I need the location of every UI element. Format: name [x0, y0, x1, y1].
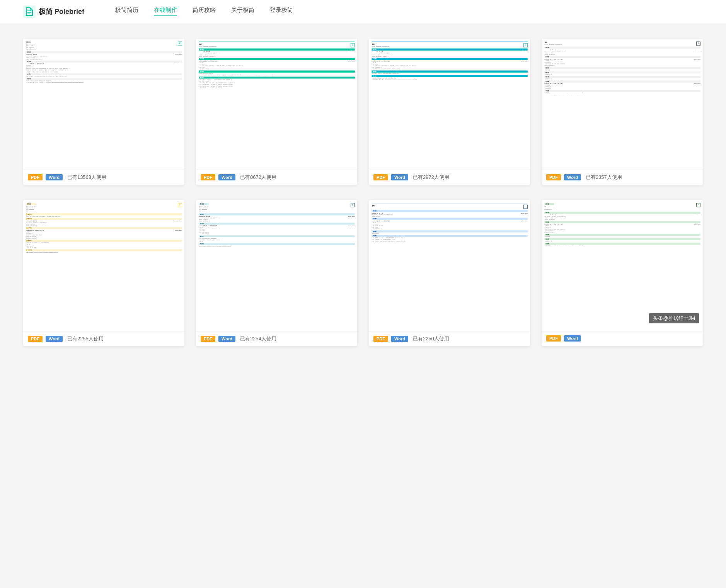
pdf-badge-6[interactable]: PDF: [201, 336, 215, 342]
nav-online[interactable]: 在线制作: [154, 7, 177, 16]
template-preview-1: 基本信息 姓名：张三 学号：21 性别：女 年龄：21 手机：188888888…: [23, 39, 184, 170]
template-card-1[interactable]: 基本信息 姓名：张三 学号：21 性别：女 年龄：21 手机：188888888…: [23, 39, 184, 185]
usage-text-5: 已有2255人使用: [67, 335, 104, 342]
usage-text-2: 已有8672人使用: [240, 174, 276, 181]
watermark-overlay: 头条@雅居绅士JM: [649, 313, 699, 323]
template-footer-4: PDF Word 已有2357人使用: [542, 170, 703, 185]
template-preview-7: 极简 XXX 21 18888888888 pb@polebrief.com P…: [369, 200, 530, 331]
nav-about[interactable]: 关于极简: [231, 7, 254, 16]
template-footer-3: PDF Word 已有2972人使用: [369, 170, 530, 185]
word-badge-6[interactable]: Word: [218, 336, 235, 342]
nav-gonglue[interactable]: 简历攻略: [193, 7, 216, 16]
template-footer-2: PDF Word 已有8672人使用: [196, 170, 357, 185]
template-card-4[interactable]: 极简 XXX 21 18888888888 pb@polebrief.com P…: [542, 39, 703, 185]
logo-text: 极简 Polebrief: [39, 7, 84, 16]
pdf-badge-5[interactable]: PDF: [28, 336, 43, 342]
pdf-badge-4[interactable]: PDF: [546, 174, 561, 180]
nav-login[interactable]: 登录极简: [270, 7, 293, 16]
pdf-badge-8[interactable]: PDF: [546, 335, 561, 342]
word-badge-2[interactable]: Word: [218, 174, 235, 180]
template-card-6[interactable]: 基本信息 姓名：张三 学号：21 性别：女 年龄：21 手机：188888888…: [196, 200, 357, 346]
pdf-badge-7[interactable]: PDF: [373, 336, 388, 342]
template-preview-4: 极简 XXX 21 18888888888 pb@polebrief.com P…: [542, 39, 703, 170]
template-grid-row1: 基本信息 姓名：张三 学号：21 性别：女 年龄：21 手机：188888888…: [23, 39, 703, 185]
pdf-badge-2[interactable]: PDF: [201, 174, 215, 180]
word-badge-3[interactable]: Word: [391, 174, 408, 180]
word-badge-1[interactable]: Word: [46, 174, 63, 180]
template-preview-8: 基本信息 极简 XXX 21 18888888888 pb@polebrief.…: [542, 200, 703, 331]
template-grid-row2: 基本信息 姓名：张三 学号：21 性别：女 年龄：21 手机：188888888…: [23, 200, 703, 346]
template-preview-3: 极简 XXX 21 18888888888 pb@polebrief.com P…: [369, 39, 530, 170]
template-card-7[interactable]: 极简 XXX 21 18888888888 pb@polebrief.com P…: [369, 200, 530, 346]
template-card-5[interactable]: 基本信息 姓名：张三 学号：21 性别：女 年龄：21 手机：188888888…: [23, 200, 184, 346]
main-content: 基本信息 姓名：张三 学号：21 性别：女 年龄：21 手机：188888888…: [0, 23, 726, 377]
usage-text-3: 已有2972人使用: [413, 174, 449, 181]
template-card-2[interactable]: 极简 XXX 21 18888888888 pb@polebrief.com P…: [196, 39, 357, 185]
usage-text-7: 已有2250人使用: [413, 335, 449, 342]
word-badge-8[interactable]: Word: [564, 335, 581, 342]
header: 极简 Polebrief 极简简历 在线制作 简历攻略 关于极简 登录极简: [0, 0, 726, 23]
nav-jianjianli[interactable]: 极简简历: [115, 7, 138, 16]
pdf-badge-3[interactable]: PDF: [373, 174, 388, 180]
logo[interactable]: 极简 Polebrief: [23, 5, 84, 18]
template-preview-2: 极简 XXX 21 18888888888 pb@polebrief.com P…: [196, 39, 357, 170]
template-preview-5: 基本信息 姓名：张三 学号：21 性别：女 年龄：21 手机：188888888…: [23, 200, 184, 331]
pdf-badge-1[interactable]: PDF: [28, 174, 43, 180]
word-badge-4[interactable]: Word: [564, 174, 581, 180]
template-footer-5: PDF Word 已有2255人使用: [23, 331, 184, 346]
word-badge-5[interactable]: Word: [46, 336, 63, 342]
word-badge-7[interactable]: Word: [391, 336, 408, 342]
template-footer-8: PDF Word: [542, 331, 703, 345]
template-footer-6: PDF Word 已有2254人使用: [196, 331, 357, 346]
logo-icon: [23, 5, 36, 18]
template-card-3[interactable]: 极简 XXX 21 18888888888 pb@polebrief.com P…: [369, 39, 530, 185]
usage-text-1: 已有13563人使用: [67, 174, 106, 181]
template-preview-6: 基本信息 姓名：张三 学号：21 性别：女 年龄：21 手机：188888888…: [196, 200, 357, 331]
main-nav: 极简简历 在线制作 简历攻略 关于极简 登录极简: [115, 7, 703, 16]
usage-text-4: 已有2357人使用: [586, 174, 622, 181]
template-card-8[interactable]: 基本信息 极简 XXX 21 18888888888 pb@polebrief.…: [542, 200, 703, 346]
template-footer-7: PDF Word 已有2250人使用: [369, 331, 530, 346]
svg-rect-0: [23, 5, 36, 18]
usage-text-6: 已有2254人使用: [240, 335, 276, 342]
template-footer-1: PDF Word 已有13563人使用: [23, 170, 184, 185]
